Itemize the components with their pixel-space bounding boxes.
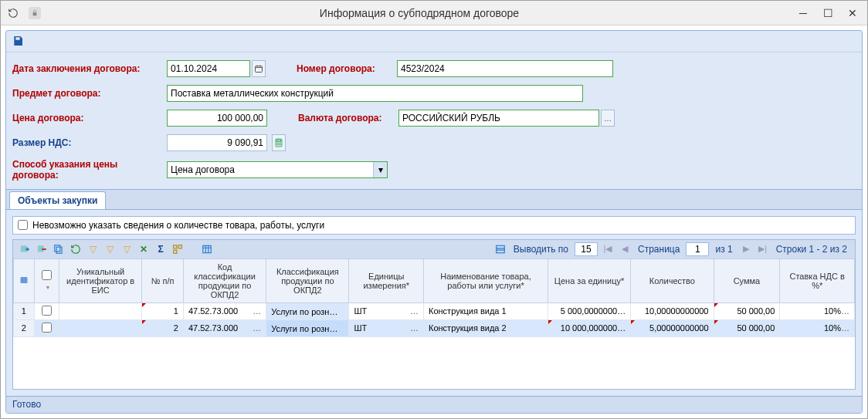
okpd-class-cell[interactable]: Услуги по розн… (266, 302, 349, 319)
okpd-code-cell[interactable]: 47.52.73.000… (183, 319, 266, 336)
add-row-icon[interactable] (18, 242, 32, 256)
name-cell[interactable]: Конструкция вида 2 (424, 319, 548, 336)
select-all-checkbox[interactable] (42, 270, 52, 280)
page-input[interactable] (686, 242, 709, 256)
vat-rate-cell[interactable]: 10% … (780, 302, 855, 319)
method-select[interactable]: Цена договора ▾ (167, 161, 388, 178)
svg-point-8 (280, 144, 281, 145)
main-toolbar (6, 31, 862, 52)
vat-rate-cell[interactable]: 10% … (780, 319, 855, 336)
app-window: Информация о субподрядном договоре ─ ☐ ✕… (0, 0, 868, 419)
settings-icon[interactable] (171, 242, 185, 256)
vat-label: Размер НДС: (12, 137, 167, 148)
table-row[interactable]: 2 2 47.52.73.000… Услуги по розн… ШТ… Ко… (14, 319, 855, 336)
col-name[interactable]: Наименование товара, работы или услуги* (424, 258, 548, 302)
qty-cell[interactable]: 10,00000000000 (631, 302, 714, 319)
contract-number-input[interactable] (397, 60, 613, 77)
filter-icon[interactable]: ▽ (86, 242, 100, 256)
svg-rect-2 (277, 140, 281, 142)
unit-price-cell[interactable]: 5 000,0000000… (548, 302, 630, 319)
tab-objects[interactable]: Объекты закупки (9, 191, 106, 209)
svg-rect-11 (56, 247, 62, 253)
col-unit-price[interactable]: Цена за единицу* (548, 258, 630, 302)
sum-cell[interactable]: 50 000,00 (714, 302, 780, 319)
contract-date-label: Дата заключения договора: (12, 63, 167, 74)
minimize-button[interactable]: ─ (798, 8, 809, 19)
row-checkbox-cell (34, 319, 59, 336)
row-checkbox-cell (34, 302, 59, 319)
page-label: Страница (638, 244, 680, 255)
refresh-icon[interactable] (7, 7, 19, 19)
qty-cell[interactable]: 5,00000000000 (631, 319, 714, 336)
next-page-button[interactable]: ▶ (739, 242, 753, 256)
uid-cell[interactable] (59, 302, 141, 319)
currency-input[interactable] (398, 110, 599, 127)
last-page-button[interactable]: ▶| (756, 242, 770, 256)
refresh-grid-icon[interactable] (69, 242, 83, 256)
filter-add-icon[interactable]: ▽ (103, 242, 117, 256)
row-checkbox[interactable] (42, 306, 52, 316)
per-page-input[interactable] (575, 242, 598, 256)
lock-icon (29, 7, 41, 19)
col-num[interactable]: № п/п (142, 258, 184, 302)
col-icon[interactable] (14, 258, 35, 302)
row-checkbox[interactable] (42, 323, 52, 333)
currency-picker-icon[interactable]: … (601, 110, 615, 127)
col-sum[interactable]: Сумма (714, 258, 780, 302)
col-okpd-class[interactable]: Классификация продукции по ОКПД2 (266, 258, 349, 302)
calculator-icon[interactable] (272, 134, 286, 151)
okpd-class-cell[interactable]: Услуги по розн… (266, 319, 349, 336)
sum-cell[interactable]: 50 000,00 (714, 319, 780, 336)
header-row: ▾ Уникальный идентификатор в ЕИС № п/п К… (14, 258, 855, 302)
num-cell[interactable]: 2 (142, 319, 184, 336)
of-label: из 1 (715, 244, 732, 255)
method-label: Способ указания цены договора: (12, 159, 167, 181)
col-okpd-code[interactable]: Код классификации продукции по ОКПД2 (183, 258, 266, 302)
contract-date-input[interactable] (167, 60, 250, 77)
col-vat-rate[interactable]: Ставка НДС в %* (780, 258, 855, 302)
first-page-button[interactable]: |◀ (601, 242, 615, 256)
form-area: Дата заключения договора: Номер договора… (6, 52, 862, 189)
price-input[interactable] (167, 110, 267, 127)
grid-mode-icon[interactable] (493, 242, 507, 256)
save-icon[interactable] (11, 34, 25, 48)
filter-clear-icon[interactable]: ▽ (120, 242, 134, 256)
col-uid[interactable]: Уникальный идентификатор в ЕИС (59, 258, 141, 302)
copy-row-icon[interactable] (52, 242, 66, 256)
col-qty[interactable]: Количество (631, 258, 714, 302)
row-number: 2 (14, 319, 35, 336)
close-button[interactable]: ✕ (847, 8, 858, 19)
svg-rect-18 (20, 277, 27, 283)
delete-row-icon[interactable] (35, 242, 49, 256)
calendar-icon[interactable] (252, 60, 266, 77)
unit-price-cell[interactable]: 10 000,000000… (548, 319, 630, 336)
uid-cell[interactable] (59, 319, 141, 336)
quantity-unavailable-label: Невозможно указать сведения о количестве… (32, 220, 324, 231)
status-bar: Готово (6, 396, 862, 413)
col-checkbox[interactable]: ▾ (34, 258, 59, 302)
name-cell[interactable]: Конструкция вида 1 (424, 302, 548, 319)
svg-rect-0 (256, 66, 263, 73)
svg-rect-16 (203, 245, 212, 252)
per-page-label: Выводить по (514, 244, 568, 255)
svg-point-3 (277, 143, 278, 144)
svg-rect-12 (55, 245, 60, 252)
subject-input[interactable] (167, 85, 583, 102)
tab-strip: Объекты закупки (6, 189, 862, 210)
excel-icon[interactable]: ✕ (137, 242, 151, 256)
table-row[interactable]: 1 1 47.52.73.000… Услуги по розн… ШТ… Ко… (14, 302, 855, 319)
columns-icon[interactable] (200, 242, 214, 256)
maximize-button[interactable]: ☐ (822, 8, 833, 19)
row-number: 1 (14, 302, 35, 319)
sum-icon[interactable]: Σ (154, 242, 168, 256)
prev-page-button[interactable]: ◀ (618, 242, 632, 256)
unit-cell[interactable]: ШТ… (349, 319, 424, 336)
quantity-unavailable-checkbox[interactable] (18, 220, 28, 230)
okpd-code-cell[interactable]: 47.52.73.000… (183, 302, 266, 319)
vat-input[interactable] (167, 134, 267, 151)
num-cell[interactable]: 1 (142, 302, 184, 319)
col-unit[interactable]: Единицы измерения* (349, 258, 424, 302)
svg-rect-17 (497, 245, 505, 252)
grid: ▾ Уникальный идентификатор в ЕИС № п/п К… (12, 258, 856, 390)
unit-cell[interactable]: ШТ… (349, 302, 424, 319)
